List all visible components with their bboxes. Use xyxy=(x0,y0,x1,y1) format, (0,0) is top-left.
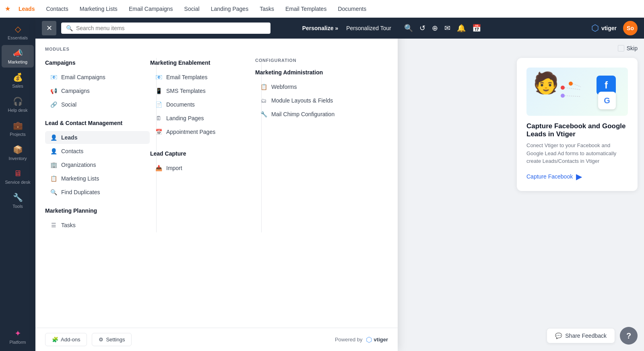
find-duplicates-icon: 🔍 xyxy=(50,189,57,195)
sidebar-item-inventory[interactable]: 📦 Inventory xyxy=(2,142,34,164)
menu-item-webforms[interactable]: 📋 Webforms xyxy=(255,80,388,93)
promo-person-figure: 🧑 xyxy=(533,71,559,95)
search-icon[interactable]: 🔍 xyxy=(404,24,413,33)
email-campaigns-icon: 📧 xyxy=(50,74,57,80)
mail-icon[interactable]: ✉ xyxy=(444,24,450,33)
sidebar-item-servicedesk[interactable]: 🖥 Service desk xyxy=(2,166,34,188)
sidebar-label-marketing: Marketing xyxy=(8,60,27,64)
add-icon[interactable]: ⊕ xyxy=(432,24,438,33)
help-button[interactable]: ? xyxy=(620,327,638,345)
vtiger-footer-text: vtiger xyxy=(374,337,388,343)
nav-landing-pages[interactable]: Landing Pages xyxy=(206,3,253,14)
menu-item-leads-label: Leads xyxy=(61,134,77,141)
menu-item-marketing-lists-label: Marketing Lists xyxy=(61,175,99,182)
sidebar-item-marketing[interactable]: 📣 Marketing xyxy=(2,45,34,68)
menu-item-sms-templates[interactable]: 📱 SMS Templates xyxy=(150,84,255,97)
menu-item-find-duplicates[interactable]: 🔍 Find Duplicates xyxy=(45,186,150,199)
menu-item-tasks[interactable]: ☰ Tasks xyxy=(45,219,150,232)
menu-item-campaigns[interactable]: 📢 Campaigns xyxy=(45,84,150,97)
promo-title: Capture Facebook and Google Leads in Vti… xyxy=(526,122,628,138)
nav-email-templates[interactable]: Email Templates xyxy=(281,3,331,14)
search-input[interactable] xyxy=(76,25,266,31)
close-menu-button[interactable]: ✕ xyxy=(42,21,56,35)
promo-link-arrow-icon: ▶ xyxy=(576,172,582,181)
sidebar-item-projects[interactable]: 💼 Projects xyxy=(2,117,34,140)
sidebar-item-helpdesk[interactable]: 🎧 Help desk xyxy=(2,93,34,116)
email-templates-icon: 📧 xyxy=(155,74,162,80)
menu-item-import-label: Import xyxy=(166,165,182,171)
search-icon-small: 🔍 xyxy=(66,25,73,31)
landing-pages-icon: 🗓 xyxy=(155,115,162,121)
menu-item-landing-pages[interactable]: 🗓 Landing Pages xyxy=(150,112,255,125)
personalized-tour-button[interactable]: Personalized Tour xyxy=(346,25,391,31)
menu-col-3: CONFIGURATION Marketing Administration 📋… xyxy=(255,58,388,232)
skip-button[interactable]: Skip xyxy=(618,45,638,51)
search-input-wrap: 🔍 xyxy=(61,23,270,34)
header-icons: 🔍 ↺ ⊕ ✉ 🔔 📅 ⬡ vtiger So xyxy=(398,18,644,39)
menu-item-webforms-label: Webforms xyxy=(271,84,297,90)
campaigns-group-title: Campaigns xyxy=(45,60,150,66)
menu-item-email-templates[interactable]: 📧 Email Templates xyxy=(150,71,255,84)
menu-item-module-layouts[interactable]: 🗂 Module Layouts & Fields xyxy=(255,94,388,107)
sidebar-label-platform: Platform xyxy=(10,340,26,345)
promo-card: 🧑 f G xyxy=(517,58,638,191)
sidebar-label-projects: Projects xyxy=(10,132,26,137)
documents-icon: 📄 xyxy=(155,101,162,108)
sidebar-item-platform[interactable]: ✦ Platform xyxy=(2,325,34,348)
addons-button[interactable]: 🧩 Add-ons xyxy=(45,333,87,346)
sales-icon: 💰 xyxy=(13,72,23,82)
settings-button[interactable]: ⚙ Settings xyxy=(92,333,132,346)
menu-item-documents[interactable]: 📄 Documents xyxy=(150,98,255,111)
sidebar-item-essentials[interactable]: ◇ Essentials xyxy=(2,21,34,43)
history-icon[interactable]: ↺ xyxy=(419,24,425,33)
nav-marketing-lists[interactable]: Marketing Lists xyxy=(75,3,122,14)
nav-contacts[interactable]: Contacts xyxy=(41,3,73,14)
menu-item-contacts[interactable]: 👤 Contacts xyxy=(45,145,150,158)
vtiger-logo[interactable]: ⬡ vtiger xyxy=(591,23,617,33)
menu-item-leads[interactable]: 👤 Leads xyxy=(45,131,150,144)
nav-social[interactable]: Social xyxy=(180,3,204,14)
nav-email-campaigns[interactable]: Email Campaigns xyxy=(124,3,178,14)
help-icon: ? xyxy=(626,331,631,341)
personalize-button[interactable]: Personalize » xyxy=(302,25,339,31)
menu-item-organizations-label: Organizations xyxy=(61,162,96,168)
addons-icon: 🧩 xyxy=(52,337,58,343)
content-area: 🔍 ↺ ⊕ ✉ 🔔 📅 ⬡ vtiger So ✕ 🔍 Personalize … xyxy=(35,18,644,351)
sidebar-label-servicedesk: Service desk xyxy=(5,180,31,185)
menu-item-organizations[interactable]: 🏢 Organizations xyxy=(45,158,150,171)
sidebar: ◇ Essentials 📣 Marketing 💰 Sales 🎧 Help … xyxy=(0,18,35,351)
vtiger-footer-logo: ⬡ vtiger xyxy=(366,335,388,344)
share-feedback-button[interactable]: 💬 Share Feedback xyxy=(547,328,615,343)
settings-label: Settings xyxy=(106,337,125,343)
webforms-icon: 📋 xyxy=(260,84,267,90)
nav-documents[interactable]: Documents xyxy=(333,3,371,14)
menu-item-social[interactable]: 🔗 Social xyxy=(45,98,150,111)
appointment-pages-icon: 📅 xyxy=(155,129,162,135)
user-avatar[interactable]: So xyxy=(623,21,638,35)
star-icon: ★ xyxy=(5,5,10,12)
menu-item-marketing-lists[interactable]: 📋 Marketing Lists xyxy=(45,172,150,185)
menu-item-mailchimp[interactable]: 🔧 Mail Chimp Configuration xyxy=(255,108,388,121)
menu-item-email-campaigns[interactable]: 📧 Email Campaigns xyxy=(45,71,150,84)
skip-label: Skip xyxy=(627,45,638,51)
essentials-icon: ◇ xyxy=(15,24,21,34)
promo-link[interactable]: Capture Facebook ▶ xyxy=(526,172,628,181)
menu-item-module-layouts-label: Module Layouts & Fields xyxy=(271,97,333,104)
modules-header: MODULES xyxy=(45,47,388,51)
servicedesk-icon: 🖥 xyxy=(14,169,22,178)
google-icon: G xyxy=(598,92,616,109)
bell-icon[interactable]: 🔔 xyxy=(457,24,466,33)
svg-line-4 xyxy=(565,96,581,96)
menu-body: MODULES Campaigns 📧 Email Campaigns 📢 xyxy=(35,39,398,328)
sidebar-item-sales[interactable]: 💰 Sales xyxy=(2,69,34,92)
organizations-icon: 🏢 xyxy=(50,162,57,168)
sidebar-item-tools[interactable]: 🔧 Tools xyxy=(2,189,34,212)
social-icon: 🔗 xyxy=(50,101,57,108)
calendar-icon[interactable]: 📅 xyxy=(472,24,481,33)
nav-leads[interactable]: Leads xyxy=(14,3,39,14)
projects-icon: 💼 xyxy=(13,121,23,130)
skip-checkbox[interactable] xyxy=(618,45,624,51)
menu-item-appointment-pages[interactable]: 📅 Appointment Pages xyxy=(150,125,255,138)
nav-tasks[interactable]: Tasks xyxy=(255,3,279,14)
menu-item-import[interactable]: 📥 Import xyxy=(150,162,255,174)
